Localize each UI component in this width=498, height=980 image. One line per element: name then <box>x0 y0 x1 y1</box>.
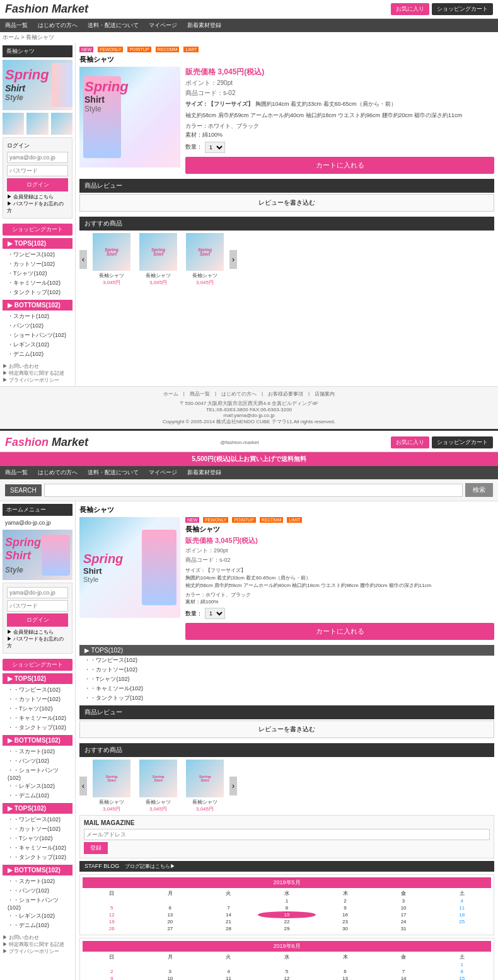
footer-link-beginners[interactable]: はじめての方へ <box>221 390 257 397</box>
review-button[interactable]: レビューを書き込む <box>79 194 494 212</box>
rec-item-2a[interactable]: SpringShirt 長袖シャツ 3,045円 <box>90 760 134 812</box>
cat-tanktop[interactable]: タンクトップ(102) <box>3 288 72 297</box>
add-to-cart-button[interactable]: カートに入れる <box>185 157 494 174</box>
cat2b-tanktop[interactable]: ・タンクトップ(102) <box>3 853 72 862</box>
cat-cutso[interactable]: カットソー(102) <box>3 259 72 269</box>
cat2-denim[interactable]: ・デニム(102) <box>3 791 72 801</box>
tops-header-2b[interactable]: ▶ TOPS(102) <box>3 803 72 814</box>
nav2-mypage[interactable]: マイページ <box>146 467 180 478</box>
favorites-btn-2[interactable]: お気に入り <box>391 436 429 448</box>
cat2-pants[interactable]: ・パンツ(102) <box>3 756 72 766</box>
register-link-2[interactable]: ▶ 会員登録はこちら <box>7 629 68 635</box>
cart-button[interactable]: ショッピングカート <box>432 3 493 15</box>
cat2-skirt[interactable]: ・スカート(102) <box>3 747 72 756</box>
mail-input-2[interactable] <box>84 829 490 840</box>
tops-cat-tshirt[interactable]: ・Tシャツ(102) <box>79 675 494 684</box>
breadcrumb-home[interactable]: ホーム <box>3 34 20 40</box>
forgot-link-2[interactable]: ▶ パスワードをお忘れの方 <box>7 635 68 649</box>
rec-item-1[interactable]: SpringShirt 長袖シャツ 3,045円 <box>90 233 134 286</box>
nav2-newsletter[interactable]: 新着素材登録 <box>185 467 224 478</box>
cat-tshirt[interactable]: Tシャツ(102) <box>3 269 72 278</box>
rec-prev-2[interactable]: ‹ <box>79 777 87 795</box>
cat2-camisole[interactable]: ・キャミソール(102) <box>3 714 72 723</box>
footer-link-info[interactable]: お客様必要事項 <box>268 390 303 397</box>
cat2b-shorts[interactable]: ・ショートパンツ(102) <box>3 896 72 911</box>
cat2b-leggings[interactable]: ・レギンス(102) <box>3 911 72 921</box>
tops-header-2[interactable]: ▶ TOPS(102) <box>3 673 72 684</box>
cat2b-pants[interactable]: ・パンツ(102) <box>3 886 72 896</box>
question-link-1[interactable]: ▶ お問い合わせ <box>3 363 72 370</box>
mail-btn-2[interactable]: 登録 <box>84 842 108 854</box>
search-input[interactable] <box>44 484 463 497</box>
cat2b-denim[interactable]: ・デニム(102) <box>3 921 72 930</box>
bottoms-header-2[interactable]: ▶ BOTTOMS(102) <box>3 735 72 746</box>
login-pass-input[interactable] <box>7 165 68 176</box>
q2-link-2[interactable]: ▶ 特定商取引に関する記述 <box>3 941 72 948</box>
login-id-input[interactable] <box>7 152 68 163</box>
rec-prev-arrow[interactable]: ‹ <box>79 250 87 269</box>
rec-item-2b[interactable]: SpringShirt 長袖シャツ 3,045円 <box>136 760 180 812</box>
cat2-onepiece[interactable]: ・ワンピース(102) <box>3 685 72 695</box>
cart-sidebar-btn-2[interactable]: ショッピングカート <box>3 659 72 671</box>
nav-mypage[interactable]: マイページ <box>146 20 180 31</box>
footer-link-home[interactable]: ホーム <box>163 390 178 397</box>
cat-pants[interactable]: パンツ(102) <box>3 321 72 331</box>
rec-item-2c[interactable]: SpringShirt 長袖シャツ 3,045円 <box>183 760 227 812</box>
rec-item-3[interactable]: SpringShirt 長袖シャツ 3,045円 <box>183 233 227 286</box>
bottoms-header-2b[interactable]: ▶ BOTTOMS(102) <box>3 865 72 875</box>
footer-link-products[interactable]: 商品一覧 <box>190 390 210 397</box>
nav2-beginners[interactable]: はじめての方へ <box>35 467 80 478</box>
login-btn-2[interactable]: ログイン <box>7 613 68 627</box>
nav-products[interactable]: 商品一覧 <box>3 20 30 31</box>
q2-link-1[interactable]: ▶ お問い合わせ <box>3 934 72 941</box>
tops-cat-cutso[interactable]: ・カットソー(102) <box>79 665 494 675</box>
question-link-3[interactable]: ▶ プライバシーポリシー <box>3 377 72 384</box>
nav-newsletter[interactable]: 新着素材登録 <box>185 20 224 31</box>
tops-cat-camisole[interactable]: ・キャミソール(102) <box>79 684 494 693</box>
login-id-input-2[interactable] <box>7 587 68 598</box>
thumb-2[interactable] <box>26 113 48 135</box>
cat2-tshirt[interactable]: ・Tシャツ(102) <box>3 704 72 714</box>
cat-leggings[interactable]: レギンス(102) <box>3 340 72 350</box>
cat2b-camisole[interactable]: ・キャミソール(102) <box>3 843 72 853</box>
quantity-select[interactable]: 123 <box>205 142 225 153</box>
cat2b-skirt[interactable]: ・スカート(102) <box>3 877 72 886</box>
cat2-shorts[interactable]: ・ショートパンツ(102) <box>3 766 72 782</box>
add-to-cart-button-2[interactable]: カートに入れる <box>185 623 494 640</box>
nav2-shipping[interactable]: 送料・配送について <box>85 467 141 478</box>
cat-onepiece[interactable]: ワンピース(102) <box>3 250 72 259</box>
q2-link-3[interactable]: ▶ プライバシーポリシー <box>3 948 72 955</box>
cart-btn-2[interactable]: ショッピングカート <box>432 436 493 448</box>
cat2-leggings[interactable]: ・レギンス(102) <box>3 782 72 791</box>
staff-blog-link-2[interactable]: ブログ記事はこちら▶ <box>125 863 175 869</box>
thumb-3[interactable] <box>51 113 72 135</box>
quantity-select-2[interactable]: 123 <box>205 608 225 619</box>
nav2-products[interactable]: 商品一覧 <box>3 467 30 478</box>
nav-beginners[interactable]: はじめての方へ <box>35 20 80 31</box>
thumb-1[interactable] <box>3 113 24 135</box>
bottoms-cat-header[interactable]: ▶ BOTTOMS(102) <box>3 300 72 311</box>
shopping-cart-btn[interactable]: ショッピングカート <box>3 224 72 236</box>
favorites-button[interactable]: お気に入り <box>391 3 429 15</box>
cat-denim[interactable]: デニム(102) <box>3 350 72 359</box>
cat2b-onepiece[interactable]: ・ワンピース(102) <box>3 815 72 824</box>
rec-next-2[interactable]: › <box>229 777 237 795</box>
login-register-link[interactable]: ▶ 会員登録はこちら <box>7 193 68 200</box>
footer-link-store[interactable]: 店舗案内 <box>315 390 335 397</box>
question-link-2[interactable]: ▶ 特定商取引に関する記述 <box>3 370 72 377</box>
tops-cat-onepiece[interactable]: ・ワンピース(102) <box>79 656 494 665</box>
cat-skirt[interactable]: スカート(102) <box>3 312 72 321</box>
review-btn-2[interactable]: レビューを書き込む <box>79 721 494 738</box>
cat2b-cutso[interactable]: ・カットソー(102) <box>3 824 72 834</box>
tops-cat-tanktop[interactable]: ・タンクトップ(102) <box>79 693 494 703</box>
cat-camisole[interactable]: キャミソール(102) <box>3 278 72 288</box>
cat-shorts[interactable]: ショートパンツ(102) <box>3 331 72 340</box>
nav-shipping[interactable]: 送料・配送について <box>85 20 141 31</box>
login-pass-input-2[interactable] <box>7 600 68 612</box>
tops-cat-header[interactable]: ▶ TOPS(102) <box>3 238 72 249</box>
sidebar-home[interactable]: yama@do-jp.co.jp <box>3 518 72 527</box>
search-button[interactable]: 検索 <box>465 483 493 497</box>
cat2-tanktop[interactable]: ・タンクトップ(102) <box>3 723 72 732</box>
login-forgot-link[interactable]: ▶ パスワードをお忘れの方 <box>7 200 68 214</box>
rec-item-2[interactable]: SpringShirt 長袖シャツ 3,045円 <box>136 233 180 286</box>
